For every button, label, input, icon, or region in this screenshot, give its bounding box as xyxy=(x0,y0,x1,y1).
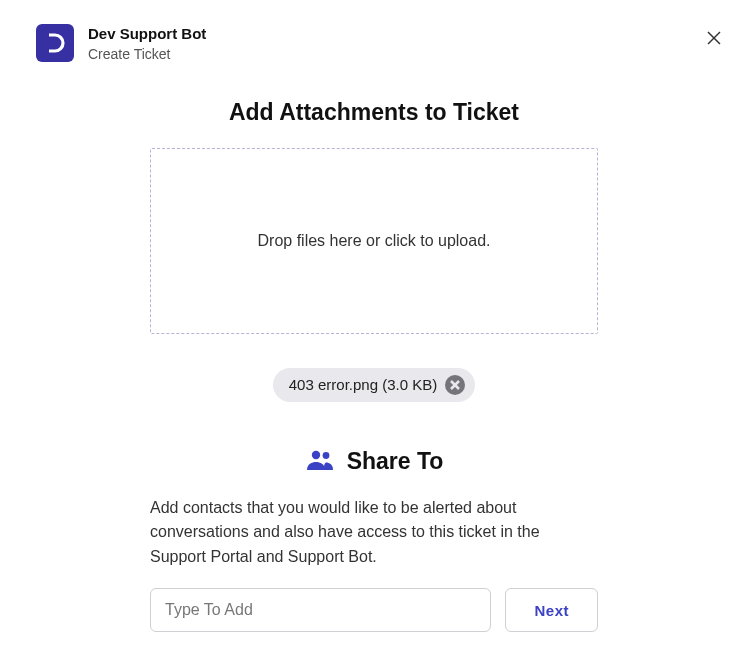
dialog-header: Dev Support Bot Create Ticket xyxy=(0,0,748,63)
next-button[interactable]: Next xyxy=(505,588,598,632)
header-text: Dev Support Bot Create Ticket xyxy=(88,24,704,63)
remove-icon xyxy=(450,380,460,390)
file-chip-label: 403 error.png (3.0 KB) xyxy=(289,376,437,393)
share-title: Share To xyxy=(347,448,444,475)
dialog-content: Add Attachments to Ticket Drop files her… xyxy=(0,99,748,632)
share-description: Add contacts that you would like to be a… xyxy=(150,496,598,570)
share-contacts-input[interactable] xyxy=(150,588,491,632)
attachments-title: Add Attachments to Ticket xyxy=(150,99,598,126)
file-chip: 403 error.png (3.0 KB) xyxy=(273,368,475,402)
file-chip-row: 403 error.png (3.0 KB) xyxy=(150,368,598,402)
remove-file-button[interactable] xyxy=(445,375,465,395)
people-icon xyxy=(305,448,335,476)
app-logo-icon xyxy=(36,24,74,62)
share-heading: Share To xyxy=(150,448,598,476)
svg-point-5 xyxy=(322,452,329,459)
close-button[interactable] xyxy=(704,28,724,48)
header-subtitle: Create Ticket xyxy=(88,45,704,63)
share-actions: Next xyxy=(150,588,598,632)
svg-point-4 xyxy=(311,450,319,458)
header-title: Dev Support Bot xyxy=(88,24,704,44)
file-dropzone[interactable]: Drop files here or click to upload. xyxy=(150,148,598,334)
dropzone-text: Drop files here or click to upload. xyxy=(258,232,491,250)
close-icon xyxy=(706,30,722,46)
